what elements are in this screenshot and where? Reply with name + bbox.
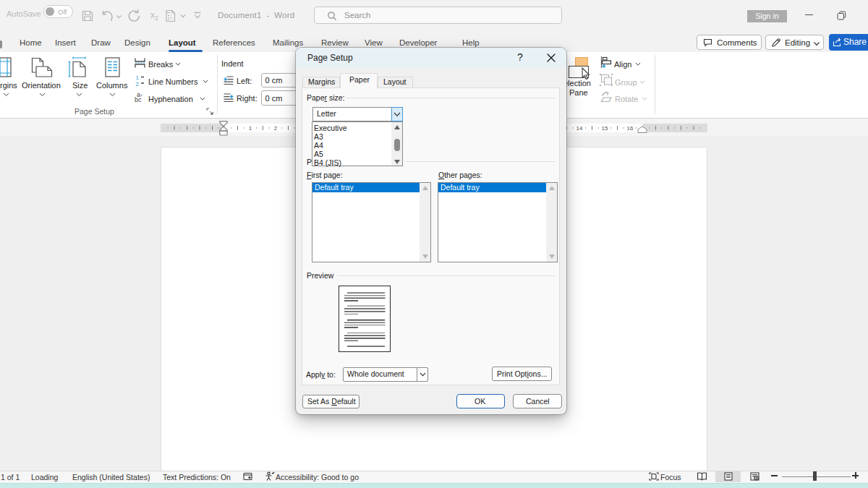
svg-text:2: 2 [136, 80, 140, 86]
svg-text:14: 14 [576, 125, 583, 132]
svg-text:a-: a- [137, 92, 142, 98]
svg-text:2: 2 [274, 125, 278, 132]
svg-text:15: 15 [602, 125, 608, 132]
svg-text:1: 1 [249, 125, 252, 132]
svg-text:16: 16 [627, 125, 634, 132]
